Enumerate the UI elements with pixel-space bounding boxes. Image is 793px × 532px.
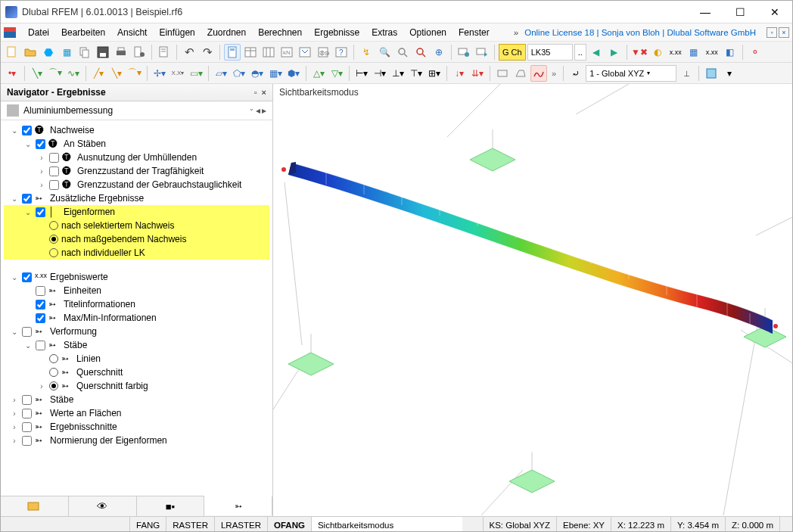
navigator-tree[interactable]: ⌄🅣Nachweise ⌄🅣An Stäben ›🅣Ausnutzung der… bbox=[1, 120, 272, 496]
surface-icon[interactable]: ▦ bbox=[686, 44, 702, 61]
open-icon[interactable] bbox=[22, 44, 39, 61]
member-icon[interactable]: ╱▾ bbox=[90, 65, 107, 82]
copy-icon[interactable] bbox=[76, 44, 93, 61]
print-icon[interactable] bbox=[113, 44, 129, 61]
loadcase-dropdown[interactable]: LK35 bbox=[527, 44, 573, 61]
results-off-icon[interactable]: ▼✖ bbox=[631, 44, 648, 61]
app-logo-icon[interactable] bbox=[4, 27, 16, 38]
xx-icon[interactable]: X.X▾ bbox=[169, 65, 186, 82]
magnify-icon[interactable] bbox=[412, 44, 429, 61]
snap-ofang[interactable]: OFANG bbox=[267, 517, 311, 532]
menu-einfuegen[interactable]: Einfügen bbox=[153, 25, 201, 40]
radio-linien[interactable] bbox=[49, 354, 58, 363]
view-shift-icon[interactable] bbox=[474, 44, 490, 61]
grid-icon[interactable] bbox=[260, 44, 277, 61]
new-icon[interactable] bbox=[4, 44, 20, 61]
hinge3-icon[interactable]: ⊥▾ bbox=[390, 65, 406, 82]
surf4-icon[interactable]: ▦▾ bbox=[267, 65, 284, 82]
line-icon[interactable]: ╲▾ bbox=[29, 65, 45, 82]
surf2-icon[interactable]: ⬠▾ bbox=[231, 65, 247, 82]
loads-icon[interactable] bbox=[297, 44, 313, 61]
menu-fenster[interactable]: Fenster bbox=[452, 25, 496, 40]
navigator-category[interactable]: Aluminiumbemessung ⌄◂▸ bbox=[1, 101, 272, 120]
menu-extras[interactable]: Extras bbox=[365, 25, 403, 40]
redo-icon[interactable]: ↷ bbox=[199, 44, 216, 61]
chk-einheiten[interactable] bbox=[36, 286, 45, 296]
panel-close-icon[interactable]: × bbox=[262, 88, 266, 97]
print-report-icon[interactable] bbox=[131, 44, 148, 61]
axes-icon[interactable]: ✢▾ bbox=[151, 65, 168, 82]
loadcase-tag[interactable]: G Ch bbox=[499, 44, 526, 61]
member-curve-icon[interactable]: ⌒▾ bbox=[126, 65, 143, 82]
screenshot-icon[interactable]: 🔍 bbox=[376, 44, 393, 61]
calc-icon[interactable] bbox=[224, 44, 241, 61]
model-canvas[interactable] bbox=[273, 84, 792, 515]
mdi-restore-icon[interactable]: ▫ bbox=[767, 27, 777, 38]
snap-raster[interactable]: RASTER bbox=[166, 517, 214, 532]
chk-normierung[interactable] bbox=[22, 436, 32, 446]
menu-optionen[interactable]: Optionen bbox=[403, 25, 452, 40]
menu-ansicht[interactable]: Ansicht bbox=[111, 25, 153, 40]
support-icon[interactable]: △▾ bbox=[310, 65, 327, 82]
menu-overflow-icon[interactable]: » bbox=[514, 28, 518, 37]
xxx-label-icon[interactable]: x.xx bbox=[667, 44, 684, 61]
chk-gzt[interactable] bbox=[49, 166, 59, 176]
hinge2-icon[interactable]: ⊣▾ bbox=[372, 65, 388, 82]
tables-icon[interactable] bbox=[242, 44, 259, 61]
maximize-button[interactable]: ☐ bbox=[723, 1, 757, 23]
tab-results-icon[interactable]: ➳ bbox=[204, 496, 272, 515]
report-list-icon[interactable] bbox=[156, 44, 173, 61]
viewport[interactable]: Sichtbarkeitsmodus bbox=[273, 84, 792, 516]
load2-icon[interactable]: ⇊▾ bbox=[469, 65, 486, 82]
lc-prev-icon[interactable]: ◀ bbox=[588, 44, 605, 61]
category-next-icon[interactable]: ▸ bbox=[262, 105, 266, 116]
view-add-icon[interactable]: ▾ bbox=[721, 65, 738, 82]
persp-icon[interactable] bbox=[512, 65, 529, 82]
tab-data-icon[interactable] bbox=[1, 496, 69, 516]
panel-pin-icon[interactable]: ▫ bbox=[254, 88, 257, 97]
chk-zuserg[interactable] bbox=[22, 194, 32, 204]
script-icon[interactable]: ⦿SC bbox=[315, 44, 331, 61]
chk-nachweise[interactable] bbox=[22, 126, 32, 135]
view-box-icon[interactable] bbox=[703, 65, 720, 82]
ortho-icon[interactable] bbox=[494, 65, 511, 82]
menu-zuordnen[interactable]: Zuordnen bbox=[201, 25, 252, 40]
surf1-icon[interactable]: ▱▾ bbox=[213, 65, 229, 82]
chk-maxmin[interactable] bbox=[36, 313, 45, 323]
chk-ausnutzung[interactable] bbox=[49, 153, 59, 163]
chk-anstaben[interactable] bbox=[36, 139, 45, 149]
center-icon[interactable]: ⊕ bbox=[431, 44, 447, 61]
surf3-icon[interactable]: ◓▾ bbox=[249, 65, 266, 82]
coordsys-dropdown[interactable]: 1 - Global XYZ▾ bbox=[586, 65, 676, 82]
minimize-button[interactable]: — bbox=[688, 1, 723, 23]
tab-display-icon[interactable]: 👁 bbox=[69, 496, 137, 516]
menu-datei[interactable]: Datei bbox=[22, 25, 55, 40]
help-icon[interactable]: ? bbox=[333, 44, 350, 61]
node-icon[interactable]: •▾ bbox=[4, 65, 20, 82]
undo-icon[interactable]: ↶ bbox=[181, 44, 197, 61]
save-icon[interactable] bbox=[95, 44, 111, 61]
chk-stabe2[interactable] bbox=[22, 395, 32, 405]
block-icon[interactable]: ▦ bbox=[58, 44, 75, 61]
menu-ergebnisse[interactable]: Ergebnisse bbox=[308, 25, 365, 40]
arc-icon[interactable]: ⌒▾ bbox=[47, 65, 64, 82]
select-mode-icon[interactable]: ↯ bbox=[358, 44, 375, 61]
snap-fang[interactable]: FANG bbox=[129, 517, 166, 532]
ucs-set-icon[interactable]: ⟂ bbox=[678, 65, 695, 82]
close-button[interactable]: ✕ bbox=[757, 1, 792, 23]
chk-ergwerte[interactable] bbox=[22, 272, 32, 282]
radio-querschnitt[interactable] bbox=[49, 368, 58, 377]
snap-lraster[interactable]: LRASTER bbox=[214, 517, 267, 532]
radio-qfarbig[interactable] bbox=[49, 381, 58, 390]
member2-icon[interactable]: ╲▾ bbox=[108, 65, 125, 82]
hinge4-icon[interactable]: ⊤▾ bbox=[408, 65, 424, 82]
toolbar-overflow-icon[interactable]: » bbox=[549, 69, 559, 78]
spline-icon[interactable]: ∿▾ bbox=[65, 65, 82, 82]
menu-bearbeiten[interactable]: Bearbeiten bbox=[55, 25, 111, 40]
mdi-close-icon[interactable]: × bbox=[779, 27, 789, 38]
chk-ergschnitte[interactable] bbox=[22, 422, 32, 432]
radio-ef1[interactable] bbox=[49, 221, 58, 230]
tab-views-icon[interactable]: ■▪ bbox=[137, 496, 205, 516]
radio-ef3[interactable] bbox=[49, 248, 58, 257]
loadcase-index[interactable]: .. bbox=[574, 44, 586, 61]
